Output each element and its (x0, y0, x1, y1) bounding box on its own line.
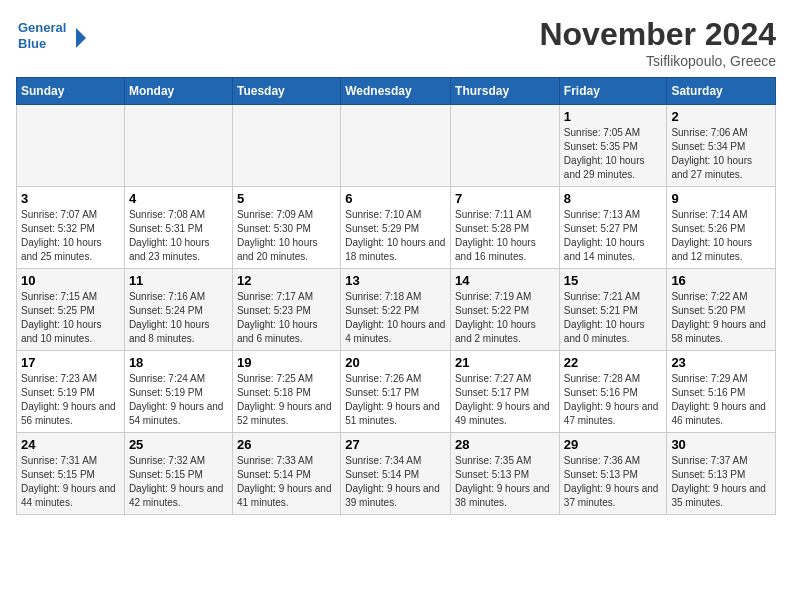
day-number: 26 (237, 437, 336, 452)
calendar-cell: 25Sunrise: 7:32 AM Sunset: 5:15 PM Dayli… (124, 433, 232, 515)
day-number: 15 (564, 273, 663, 288)
calendar-cell: 14Sunrise: 7:19 AM Sunset: 5:22 PM Dayli… (451, 269, 560, 351)
day-info: Sunrise: 7:05 AM Sunset: 5:35 PM Dayligh… (564, 126, 663, 182)
day-number: 22 (564, 355, 663, 370)
calendar-cell: 21Sunrise: 7:27 AM Sunset: 5:17 PM Dayli… (451, 351, 560, 433)
calendar-cell: 22Sunrise: 7:28 AM Sunset: 5:16 PM Dayli… (559, 351, 667, 433)
day-info: Sunrise: 7:27 AM Sunset: 5:17 PM Dayligh… (455, 372, 555, 428)
weekday-header-row: SundayMondayTuesdayWednesdayThursdayFrid… (17, 78, 776, 105)
day-number: 8 (564, 191, 663, 206)
day-info: Sunrise: 7:37 AM Sunset: 5:13 PM Dayligh… (671, 454, 771, 510)
weekday-header-thursday: Thursday (451, 78, 560, 105)
calendar-cell: 28Sunrise: 7:35 AM Sunset: 5:13 PM Dayli… (451, 433, 560, 515)
day-number: 27 (345, 437, 446, 452)
day-number: 25 (129, 437, 228, 452)
calendar-table: SundayMondayTuesdayWednesdayThursdayFrid… (16, 77, 776, 515)
svg-text:General: General (18, 20, 66, 35)
calendar-cell: 27Sunrise: 7:34 AM Sunset: 5:14 PM Dayli… (341, 433, 451, 515)
calendar-week-row: 17Sunrise: 7:23 AM Sunset: 5:19 PM Dayli… (17, 351, 776, 433)
calendar-week-row: 24Sunrise: 7:31 AM Sunset: 5:15 PM Dayli… (17, 433, 776, 515)
day-info: Sunrise: 7:06 AM Sunset: 5:34 PM Dayligh… (671, 126, 771, 182)
day-number: 2 (671, 109, 771, 124)
day-info: Sunrise: 7:09 AM Sunset: 5:30 PM Dayligh… (237, 208, 336, 264)
calendar-week-row: 10Sunrise: 7:15 AM Sunset: 5:25 PM Dayli… (17, 269, 776, 351)
logo-svg: General Blue (16, 16, 86, 54)
day-number: 19 (237, 355, 336, 370)
calendar-cell: 5Sunrise: 7:09 AM Sunset: 5:30 PM Daylig… (232, 187, 340, 269)
day-number: 29 (564, 437, 663, 452)
svg-marker-2 (76, 28, 86, 48)
day-number: 30 (671, 437, 771, 452)
day-info: Sunrise: 7:22 AM Sunset: 5:20 PM Dayligh… (671, 290, 771, 346)
day-number: 1 (564, 109, 663, 124)
calendar-cell: 18Sunrise: 7:24 AM Sunset: 5:19 PM Dayli… (124, 351, 232, 433)
calendar-cell: 9Sunrise: 7:14 AM Sunset: 5:26 PM Daylig… (667, 187, 776, 269)
day-info: Sunrise: 7:18 AM Sunset: 5:22 PM Dayligh… (345, 290, 446, 346)
calendar-cell: 8Sunrise: 7:13 AM Sunset: 5:27 PM Daylig… (559, 187, 667, 269)
calendar-cell (232, 105, 340, 187)
day-info: Sunrise: 7:28 AM Sunset: 5:16 PM Dayligh… (564, 372, 663, 428)
calendar-week-row: 1Sunrise: 7:05 AM Sunset: 5:35 PM Daylig… (17, 105, 776, 187)
calendar-cell: 29Sunrise: 7:36 AM Sunset: 5:13 PM Dayli… (559, 433, 667, 515)
calendar-cell: 4Sunrise: 7:08 AM Sunset: 5:31 PM Daylig… (124, 187, 232, 269)
weekday-header-saturday: Saturday (667, 78, 776, 105)
day-number: 21 (455, 355, 555, 370)
day-info: Sunrise: 7:16 AM Sunset: 5:24 PM Dayligh… (129, 290, 228, 346)
weekday-header-sunday: Sunday (17, 78, 125, 105)
day-info: Sunrise: 7:34 AM Sunset: 5:14 PM Dayligh… (345, 454, 446, 510)
day-number: 6 (345, 191, 446, 206)
day-info: Sunrise: 7:23 AM Sunset: 5:19 PM Dayligh… (21, 372, 120, 428)
calendar-cell: 17Sunrise: 7:23 AM Sunset: 5:19 PM Dayli… (17, 351, 125, 433)
day-info: Sunrise: 7:13 AM Sunset: 5:27 PM Dayligh… (564, 208, 663, 264)
day-info: Sunrise: 7:07 AM Sunset: 5:32 PM Dayligh… (21, 208, 120, 264)
svg-text:Blue: Blue (18, 36, 46, 51)
calendar-cell: 12Sunrise: 7:17 AM Sunset: 5:23 PM Dayli… (232, 269, 340, 351)
day-number: 12 (237, 273, 336, 288)
month-title: November 2024 (539, 16, 776, 53)
calendar-cell: 13Sunrise: 7:18 AM Sunset: 5:22 PM Dayli… (341, 269, 451, 351)
logo: General Blue (16, 16, 86, 54)
day-info: Sunrise: 7:26 AM Sunset: 5:17 PM Dayligh… (345, 372, 446, 428)
day-info: Sunrise: 7:14 AM Sunset: 5:26 PM Dayligh… (671, 208, 771, 264)
day-number: 9 (671, 191, 771, 206)
calendar-cell: 24Sunrise: 7:31 AM Sunset: 5:15 PM Dayli… (17, 433, 125, 515)
calendar-cell (341, 105, 451, 187)
calendar-cell: 2Sunrise: 7:06 AM Sunset: 5:34 PM Daylig… (667, 105, 776, 187)
day-info: Sunrise: 7:25 AM Sunset: 5:18 PM Dayligh… (237, 372, 336, 428)
day-number: 11 (129, 273, 228, 288)
day-number: 7 (455, 191, 555, 206)
day-info: Sunrise: 7:31 AM Sunset: 5:15 PM Dayligh… (21, 454, 120, 510)
day-info: Sunrise: 7:36 AM Sunset: 5:13 PM Dayligh… (564, 454, 663, 510)
calendar-cell: 26Sunrise: 7:33 AM Sunset: 5:14 PM Dayli… (232, 433, 340, 515)
calendar-cell: 1Sunrise: 7:05 AM Sunset: 5:35 PM Daylig… (559, 105, 667, 187)
day-number: 20 (345, 355, 446, 370)
day-info: Sunrise: 7:33 AM Sunset: 5:14 PM Dayligh… (237, 454, 336, 510)
day-info: Sunrise: 7:32 AM Sunset: 5:15 PM Dayligh… (129, 454, 228, 510)
location: Tsiflikopoulo, Greece (539, 53, 776, 69)
calendar-cell (124, 105, 232, 187)
day-info: Sunrise: 7:35 AM Sunset: 5:13 PM Dayligh… (455, 454, 555, 510)
weekday-header-friday: Friday (559, 78, 667, 105)
calendar-cell: 6Sunrise: 7:10 AM Sunset: 5:29 PM Daylig… (341, 187, 451, 269)
day-number: 3 (21, 191, 120, 206)
page-header: General Blue November 2024 Tsiflikopoulo… (16, 16, 776, 69)
calendar-cell: 10Sunrise: 7:15 AM Sunset: 5:25 PM Dayli… (17, 269, 125, 351)
day-info: Sunrise: 7:15 AM Sunset: 5:25 PM Dayligh… (21, 290, 120, 346)
day-number: 18 (129, 355, 228, 370)
calendar-week-row: 3Sunrise: 7:07 AM Sunset: 5:32 PM Daylig… (17, 187, 776, 269)
day-info: Sunrise: 7:11 AM Sunset: 5:28 PM Dayligh… (455, 208, 555, 264)
weekday-header-monday: Monday (124, 78, 232, 105)
weekday-header-wednesday: Wednesday (341, 78, 451, 105)
day-number: 17 (21, 355, 120, 370)
calendar-cell: 3Sunrise: 7:07 AM Sunset: 5:32 PM Daylig… (17, 187, 125, 269)
calendar-cell: 23Sunrise: 7:29 AM Sunset: 5:16 PM Dayli… (667, 351, 776, 433)
calendar-cell: 7Sunrise: 7:11 AM Sunset: 5:28 PM Daylig… (451, 187, 560, 269)
calendar-cell (451, 105, 560, 187)
calendar-cell (17, 105, 125, 187)
day-info: Sunrise: 7:29 AM Sunset: 5:16 PM Dayligh… (671, 372, 771, 428)
day-number: 23 (671, 355, 771, 370)
day-number: 16 (671, 273, 771, 288)
day-number: 14 (455, 273, 555, 288)
day-number: 10 (21, 273, 120, 288)
calendar-cell: 11Sunrise: 7:16 AM Sunset: 5:24 PM Dayli… (124, 269, 232, 351)
